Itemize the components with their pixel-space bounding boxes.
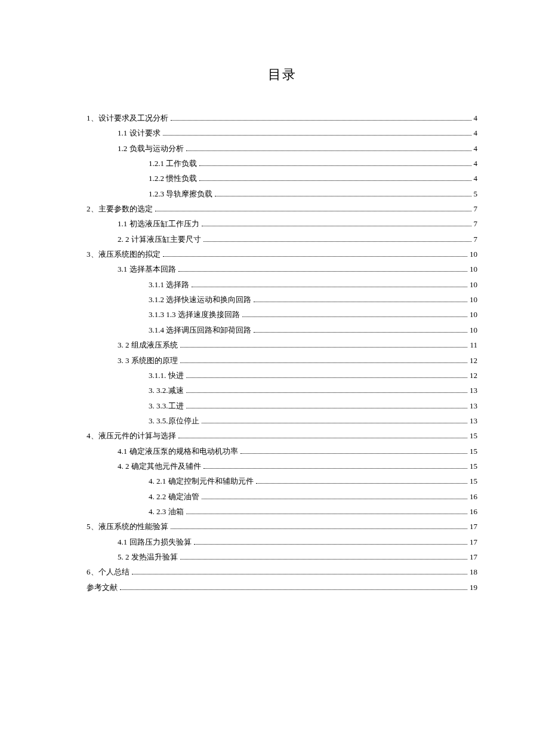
toc-entry-text: 3. 3.2.减速 <box>149 383 184 398</box>
toc-dot-leader <box>256 478 468 484</box>
toc-entry-text: 3. 3.3.工进 <box>149 398 184 413</box>
toc-entry-page: 13 <box>470 383 477 398</box>
toc-entry: 4、液压元件的计算与选择15 <box>87 428 477 443</box>
toc-dot-leader <box>215 190 471 196</box>
toc-dot-leader <box>194 538 468 544</box>
toc-entry: 3. 3.2.减速13 <box>87 383 477 398</box>
toc-dot-leader <box>254 326 467 332</box>
toc-entry: 5. 2 发热温升验算17 <box>87 549 477 564</box>
toc-dot-leader <box>180 357 467 362</box>
toc-dot-leader <box>192 281 467 287</box>
toc-entry-page: 17 <box>470 549 477 564</box>
toc-dot-leader <box>171 115 471 121</box>
toc-entry: 4. 2.3 油箱16 <box>87 504 477 519</box>
toc-entry: 4.1 确定液压泵的规格和电动机功率15 <box>87 444 477 459</box>
toc-dot-leader <box>186 387 468 393</box>
toc-entry: 3.1.3 1.3 选择速度换接回路10 <box>87 307 477 322</box>
toc-entry-text: 1.1 初选液压缸工作压力 <box>118 216 199 231</box>
toc-entry: 参考文献19 <box>87 580 477 595</box>
toc-dot-leader <box>180 554 467 560</box>
toc-entry-text: 2、主要参数的选定 <box>87 201 153 216</box>
toc-dot-leader <box>203 463 467 469</box>
toc-entry-page: 4 <box>474 156 478 171</box>
toc-entry-text: 3.1.1 选择路 <box>149 277 189 292</box>
toc-entry-page: 10 <box>470 247 477 262</box>
toc-entry: 4. 2.2 确定油管16 <box>87 489 477 504</box>
toc-dot-leader <box>171 523 468 529</box>
toc-entry: 3.1.2 选择快速运动和换向回路10 <box>87 292 477 307</box>
toc-entry-text: 3.1.3 1.3 选择速度换接回路 <box>149 307 240 322</box>
toc-entry: 2. 2 计算液压缸主要尺寸7 <box>87 232 477 247</box>
toc-dot-leader <box>180 342 468 348</box>
toc-entry: 4. 2 确定其他元件及辅件15 <box>87 459 477 474</box>
toc-dot-leader <box>186 508 468 514</box>
toc-entry: 6、个人总结18 <box>87 564 477 579</box>
toc-entry-page: 12 <box>470 353 477 368</box>
toc-entry: 3. 2 组成液压系统11 <box>87 337 477 352</box>
toc-entry-page: 7 <box>474 201 478 216</box>
toc-entry-text: 3.1.2 选择快速运动和换向回路 <box>149 292 251 307</box>
toc-entry-text: 4. 2 确定其他元件及辅件 <box>118 459 201 474</box>
toc-entry-text: 1、设计要求及工况分析 <box>87 110 168 125</box>
toc-entry-page: 16 <box>470 489 477 504</box>
toc-entry-page: 10 <box>470 277 477 292</box>
toc-dot-leader <box>178 266 468 272</box>
toc-dot-leader <box>242 311 467 317</box>
toc-dot-leader <box>186 371 468 377</box>
toc-list: 1、设计要求及工况分析41.1 设计要求41.2 负载与运动分析41.2.1 工… <box>87 110 477 595</box>
toc-entry: 1、设计要求及工况分析4 <box>87 110 477 125</box>
toc-entry: 4.1 回路压力损失验算17 <box>87 534 477 549</box>
toc-entry-page: 4 <box>474 141 478 156</box>
toc-dot-leader <box>186 402 468 408</box>
toc-entry-page: 19 <box>470 580 477 595</box>
toc-entry-text: 5、液压系统的性能验算 <box>87 519 168 534</box>
toc-entry-page: 18 <box>470 564 477 579</box>
toc-entry-page: 13 <box>470 413 477 428</box>
toc-dot-leader <box>163 251 468 257</box>
toc-dot-leader <box>199 160 471 166</box>
toc-dot-leader <box>163 130 471 136</box>
toc-entry-page: 10 <box>470 307 477 322</box>
toc-entry-text: 5. 2 发热温升验算 <box>118 549 178 564</box>
toc-entry-text: 1.2 负载与运动分析 <box>118 141 184 156</box>
toc-dot-leader <box>202 220 471 226</box>
toc-entry-text: 6、个人总结 <box>87 564 129 579</box>
toc-entry-page: 4 <box>474 110 478 125</box>
toc-entry: 3. 3.3.工进13 <box>87 398 477 413</box>
toc-entry: 1.2.2 惯性负载4 <box>87 171 477 186</box>
toc-entry-page: 15 <box>470 444 477 459</box>
toc-entry-page: 7 <box>474 232 478 247</box>
toc-dot-leader <box>254 296 467 302</box>
toc-entry: 1.2.3 导轨摩擦负载5 <box>87 186 477 201</box>
toc-entry-page: 11 <box>470 337 477 352</box>
toc-entry: 3.1 选择基本回路10 <box>87 262 477 276</box>
toc-dot-leader <box>202 417 468 423</box>
toc-entry-text: 4.1 确定液压泵的规格和电动机功率 <box>118 444 238 459</box>
toc-entry-text: 4. 2.3 油箱 <box>149 504 184 519</box>
toc-entry: 3.1.4 选择调压回路和卸荷回路10 <box>87 322 477 337</box>
toc-entry: 3.1.1. 快进12 <box>87 368 477 383</box>
toc-dot-leader <box>186 145 471 150</box>
toc-entry-text: 参考文献 <box>87 580 118 595</box>
toc-entry: 1.1 初选液压缸工作压力7 <box>87 216 477 231</box>
toc-entry-text: 4、液压元件的计算与选择 <box>87 428 176 443</box>
toc-entry-page: 10 <box>470 262 477 276</box>
toc-entry-page: 10 <box>470 322 477 337</box>
toc-entry-page: 15 <box>470 474 477 488</box>
toc-entry-text: 2. 2 计算液压缸主要尺寸 <box>118 232 201 247</box>
toc-entry-page: 17 <box>470 534 477 549</box>
toc-entry-page: 17 <box>470 519 477 534</box>
toc-entry-page: 7 <box>474 216 478 231</box>
toc-entry: 1.2.1 工作负载4 <box>87 156 477 171</box>
toc-dot-leader <box>120 583 467 589</box>
toc-entry-page: 4 <box>474 171 478 186</box>
toc-entry-page: 16 <box>470 504 477 519</box>
toc-entry-text: 3. 2 组成液压系统 <box>118 337 178 352</box>
toc-entry: 1.2 负载与运动分析4 <box>87 141 477 156</box>
toc-entry-page: 10 <box>470 292 477 307</box>
toc-dot-leader <box>202 493 468 499</box>
toc-entry-text: 3. 3 系统图的原理 <box>118 353 178 368</box>
toc-dot-leader <box>178 432 468 438</box>
toc-dot-leader <box>203 235 471 241</box>
toc-entry: 3. 3.5.原位停止13 <box>87 413 477 428</box>
